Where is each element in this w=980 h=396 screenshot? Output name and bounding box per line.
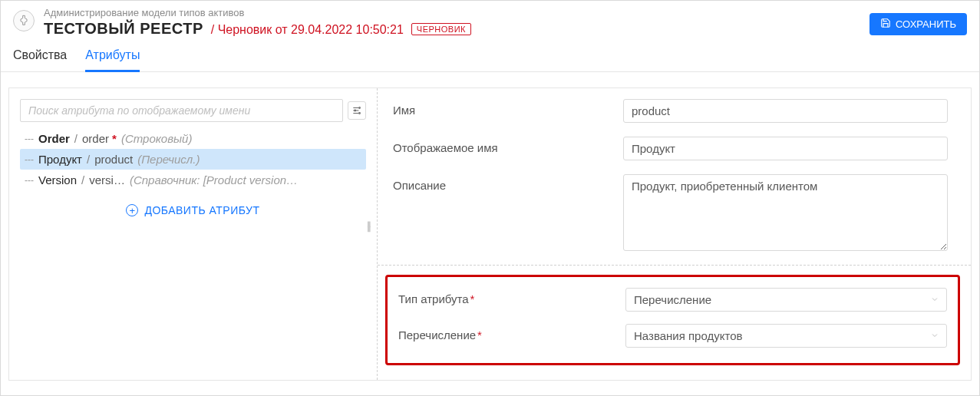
attr-name: versi…	[89, 173, 125, 186]
splitter-handle[interactable]: ▮▮	[367, 222, 371, 231]
label-enum: Перечисление*	[398, 324, 625, 342]
add-attribute-button[interactable]: + ДОБАВИТЬ АТРИБУТ	[20, 190, 366, 230]
label-description: Описание	[393, 174, 623, 192]
tab-properties[interactable]: Свойства	[13, 48, 67, 71]
input-display-name[interactable]	[623, 137, 948, 160]
draft-badge: ЧЕРНОВИК	[411, 23, 471, 35]
input-name[interactable]	[623, 99, 948, 123]
filter-button[interactable]	[348, 101, 366, 120]
separator: /	[74, 132, 78, 145]
label-attr-type: Тип атрибута*	[398, 288, 625, 305]
highlighted-region: Тип атрибута* Перечисление Перечисление*	[385, 275, 960, 365]
section-divider	[378, 265, 971, 266]
attr-type: (Строковый)	[121, 132, 192, 145]
draft-timestamp: / Черновик от 29.04.2022 10:50:21	[211, 23, 404, 37]
select-enum[interactable]: Названия продуктов	[625, 324, 947, 348]
search-input[interactable]	[20, 99, 343, 122]
label-display-name: Отображаемое имя	[393, 137, 623, 154]
entity-icon	[13, 10, 35, 31]
svg-point-5	[359, 113, 361, 114]
separator: /	[87, 153, 90, 166]
tree-dash-icon: ---	[25, 134, 34, 144]
separator: /	[81, 173, 84, 186]
attr-label: Order	[38, 132, 70, 145]
select-attr-type[interactable]: Перечисление	[625, 288, 947, 312]
page-title: ТЕСТОВЫЙ РЕЕСТР	[44, 20, 203, 38]
label-name: Имя	[393, 99, 623, 117]
save-button-label: СОХРАНИТЬ	[896, 18, 956, 30]
svg-point-3	[359, 107, 361, 109]
save-button[interactable]: СОХРАНИТЬ	[869, 13, 967, 35]
list-item[interactable]: ---Продукт / product (Перечисл.)	[20, 149, 366, 170]
textarea-description[interactable]: Продукт, приобретенный клиентом	[623, 174, 948, 251]
attr-label: Version	[38, 173, 77, 186]
list-item[interactable]: ---Version / versi… (Справочник: [Produc…	[20, 170, 366, 190]
plus-icon: +	[126, 204, 138, 216]
add-attribute-label: ДОБАВИТЬ АТРИБУТ	[144, 204, 259, 216]
attr-name: order	[82, 132, 109, 145]
tab-attributes[interactable]: Атрибуты	[85, 48, 140, 72]
save-icon	[880, 18, 891, 31]
attr-type: (Перечисл.)	[137, 153, 200, 166]
filter-icon	[351, 105, 362, 116]
required-star: *	[112, 132, 117, 145]
attr-type: (Справочник: [Product version…	[130, 173, 298, 186]
list-item[interactable]: ---Order / order * (Строковый)	[20, 128, 366, 149]
breadcrumb: Администрирование модели типов активов	[44, 7, 471, 18]
attr-name: product	[94, 153, 133, 166]
attr-label: Продукт	[38, 153, 82, 166]
tree-dash-icon: ---	[25, 154, 34, 165]
tree-dash-icon: ---	[25, 175, 34, 186]
